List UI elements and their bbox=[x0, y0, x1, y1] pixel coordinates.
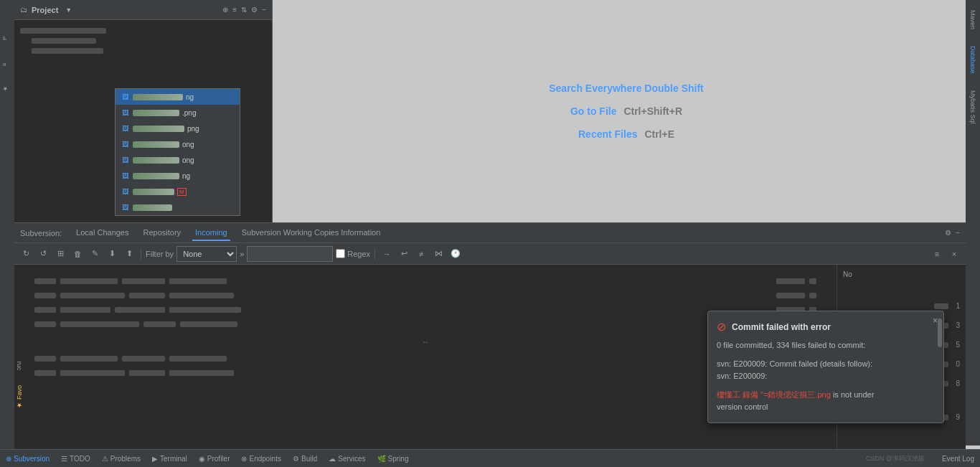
popup-item-2[interactable]: 🖼 .png bbox=[116, 105, 240, 121]
database-sidebar-label[interactable]: Database bbox=[969, 43, 976, 77]
panel-content-area: ruc ★ Favo bbox=[14, 265, 966, 466]
status-endpoints[interactable]: ⊗ Endpoints bbox=[241, 455, 281, 463]
arrow-right-btn[interactable]: → bbox=[380, 247, 394, 261]
tree-row-2[interactable] bbox=[20, 36, 266, 46]
popup-item-7[interactable]: 🖼 M bbox=[116, 184, 240, 199]
diff-btn[interactable]: ≠ bbox=[414, 247, 428, 261]
panel-pin-icon[interactable]: ⊕ bbox=[222, 6, 228, 14]
maven-sidebar-label[interactable]: Maven bbox=[969, 7, 976, 32]
error-scrollbar[interactable] bbox=[938, 311, 942, 423]
status-profiler-label: Profiler bbox=[207, 455, 230, 463]
status-services-icon: ☁ bbox=[329, 455, 336, 463]
error-suffix-text: is not under bbox=[833, 390, 874, 399]
status-problems[interactable]: ⚠ Problems bbox=[102, 455, 141, 463]
tab-working-copies[interactable]: Subversion Working Copies Information bbox=[239, 225, 384, 241]
tab-incoming[interactable]: Incoming bbox=[192, 225, 230, 241]
error-path-text: 樓懂工 錄備 ″=錯境偲绽損三.png bbox=[717, 390, 831, 399]
panel-settings-icon[interactable]: ⚙ bbox=[251, 6, 258, 14]
panel-minimize-icon[interactable]: − bbox=[956, 229, 960, 237]
error-close-btn[interactable]: × bbox=[933, 316, 938, 326]
file-ext-5: ong bbox=[182, 156, 194, 164]
edit-btn[interactable]: ✎ bbox=[88, 247, 102, 261]
mybatis-sidebar-label[interactable]: Mybatis Sql bbox=[969, 88, 976, 127]
refresh2-btn[interactable]: ↺ bbox=[36, 247, 50, 261]
status-spring[interactable]: 🌿 Spring bbox=[377, 455, 409, 463]
project-panel: 🗂 Project ▼ ⊕ ≡ ⇅ ⚙ − bbox=[14, 0, 273, 222]
status-terminal[interactable]: ▶ Terminal bbox=[152, 455, 187, 463]
popup-item-3[interactable]: 🖼 png bbox=[116, 121, 240, 136]
popup-item-5[interactable]: 🖼 ong bbox=[116, 152, 240, 168]
search-hint-text: Search Everywhere bbox=[549, 82, 641, 94]
popup-item-1[interactable]: 🖼 ng bbox=[116, 89, 240, 105]
left-sidebar-struct-icon[interactable]: ≡ bbox=[1, 55, 13, 66]
undo-btn[interactable]: ↩ bbox=[397, 247, 411, 261]
panel-list-icon[interactable]: ≡ bbox=[232, 6, 237, 14]
file-ext-4: ong bbox=[182, 141, 194, 148]
tree-content-area bbox=[14, 23, 272, 59]
content-row-3[interactable] bbox=[34, 305, 816, 315]
panel-gear-icon[interactable]: ⚙ bbox=[945, 229, 951, 237]
project-panel-title: Project bbox=[32, 6, 58, 14]
content-row-5[interactable] bbox=[34, 354, 816, 364]
search-everywhere-hint: Search Everywhere Double Shift bbox=[549, 82, 704, 94]
content-row-4[interactable] bbox=[34, 319, 816, 329]
tree-row-1[interactable] bbox=[20, 26, 266, 36]
num-8: 8 bbox=[956, 379, 960, 387]
status-bar: ⊕ Subversion ☰ TODO ⚠ Problems ▶ Termina… bbox=[0, 449, 980, 467]
filter-label: Filter by bbox=[146, 250, 174, 258]
popup-item-4[interactable]: 🖼 ong bbox=[116, 136, 240, 152]
content-row-1[interactable] bbox=[34, 276, 816, 286]
regex-checkbox[interactable] bbox=[336, 249, 345, 258]
toolbar-list-btn[interactable]: ≡ bbox=[930, 247, 944, 261]
refresh-btn[interactable]: ↻ bbox=[19, 247, 33, 261]
blurred-filename-1 bbox=[133, 94, 183, 100]
status-build[interactable]: ⚙ Build bbox=[293, 455, 317, 463]
filter-select[interactable]: None Modified Added bbox=[176, 246, 237, 262]
subversion-panel: Subversion: Local Changes Repository Inc… bbox=[14, 222, 966, 466]
status-todo[interactable]: ☰ TODO bbox=[61, 455, 90, 463]
status-svn-label: Subversion bbox=[14, 455, 50, 463]
left-sidebar-fav-icon[interactable]: ★ bbox=[1, 80, 13, 92]
ellipsis-row: ↔ bbox=[34, 334, 816, 349]
popup-item-8[interactable]: 🖼 bbox=[116, 199, 240, 215]
error-popup-body: 0 file committed, 334 files failed to co… bbox=[717, 339, 935, 414]
tab-repository[interactable]: Repository bbox=[140, 225, 184, 241]
status-todo-label: TODO bbox=[70, 455, 90, 463]
tree-row-3[interactable] bbox=[20, 46, 266, 56]
event-log-btn[interactable]: Event Log bbox=[942, 455, 974, 463]
error-path-line: 樓懂工 錄備 ″=錯境偲绽損三.png is not under bbox=[717, 389, 935, 402]
error-scroll-thumb[interactable] bbox=[938, 319, 942, 347]
popup-item-6[interactable]: 🖼 ng bbox=[116, 168, 240, 184]
left-sidebar-project-icon[interactable]: P bbox=[1, 29, 13, 40]
status-services[interactable]: ☁ Services bbox=[329, 455, 365, 463]
delete-btn[interactable]: 🗑 bbox=[70, 247, 85, 261]
clock-btn[interactable]: 🕐 bbox=[448, 247, 463, 261]
top-area: 🗂 Project ▼ ⊕ ≡ ⇅ ⚙ − bbox=[0, 0, 980, 222]
download-btn[interactable]: ⬇ bbox=[105, 247, 119, 261]
filter-expand-icon[interactable]: » bbox=[240, 250, 244, 258]
watermark-label: CSDN @求码汉池板 bbox=[866, 455, 925, 462]
panel-sort-icon[interactable]: ⇅ bbox=[241, 6, 247, 14]
panel-close-icon[interactable]: − bbox=[262, 6, 266, 14]
status-subversion[interactable]: ⊕ Subversion bbox=[6, 455, 50, 463]
error-title-text: Commit failed with error bbox=[732, 322, 831, 332]
search-input[interactable] bbox=[247, 246, 333, 262]
upload-btn[interactable]: ⬆ bbox=[122, 247, 136, 261]
event-log-label: Event Log bbox=[942, 455, 974, 463]
file-ext-3: png bbox=[187, 125, 199, 133]
merge-btn[interactable]: ⋈ bbox=[431, 247, 446, 261]
main-editor: Search Everywhere Double Shift Go to Fil… bbox=[273, 0, 980, 222]
status-services-label: Services bbox=[338, 455, 365, 463]
panel-dropdown-arrow[interactable]: ▼ bbox=[65, 6, 72, 14]
content-row-6[interactable] bbox=[34, 368, 816, 378]
recent-shortcut: Ctrl+E bbox=[644, 128, 674, 140]
file-popup: 🖼 ng 🖼 .png 🖼 png 🖼 bbox=[115, 88, 240, 216]
toolbar-close-btn[interactable]: × bbox=[947, 247, 961, 261]
status-profiler[interactable]: ◉ Profiler bbox=[199, 455, 230, 463]
status-terminal-label: Terminal bbox=[160, 455, 187, 463]
tab-local-changes[interactable]: Local Changes bbox=[73, 225, 131, 241]
content-row-2[interactable] bbox=[34, 291, 816, 301]
view-btn[interactable]: ⊞ bbox=[53, 247, 67, 261]
goto-file-text: Go to File bbox=[570, 105, 617, 117]
num-9: 9 bbox=[956, 413, 960, 421]
